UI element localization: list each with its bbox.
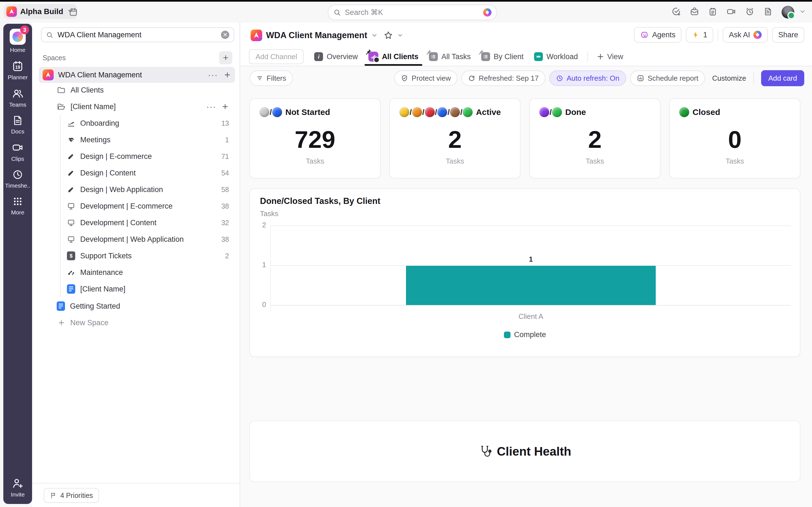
account-chevron-down-icon[interactable] [799,8,806,16]
shield-check-icon [401,74,408,82]
client-health-card[interactable]: Client Health [249,420,800,482]
rail-item-more[interactable]: More [11,195,24,216]
agents-button[interactable]: Agents [634,27,681,43]
rail-item-teams[interactable]: Teams [9,87,26,108]
share-button[interactable]: Share [772,27,804,43]
status-cards: / Not Started 729 Tasks ///// Active 2 T… [249,98,800,178]
rail-item-planner[interactable]: 19 Planner [8,60,28,81]
sidebar-tree: All Clients [Client Name] ··· Onboarding… [32,82,240,331]
stethoscope-icon [479,445,493,458]
tab-workload[interactable]: Workload [534,52,578,61]
add-view-button[interactable]: View [596,53,623,61]
space-item-wda-client-management[interactable]: WDA Client Management ··· [39,67,235,83]
refreshed-button[interactable]: Refreshed: Sep 17 [461,70,545,86]
sidebar-item-meetings[interactable]: Meetings 1 [32,131,240,148]
inbox-icon[interactable] [690,7,699,17]
search-icon [46,31,53,39]
add-channel-button[interactable]: Add Channel [249,49,304,64]
paintbrush-icon [67,185,75,194]
sidebar-item-onboarding[interactable]: Onboarding 13 [32,115,240,131]
status-dot-red [425,107,435,117]
tab-all-clients[interactable]: All Clients [368,52,418,62]
favorite-chevron-down-icon[interactable] [397,32,403,39]
global-search[interactable]: Search ⌘K [328,5,497,20]
sidebar-item-all-clients[interactable]: All Clients [32,82,240,98]
favorite-star-icon[interactable] [383,31,393,40]
space-ellipsis-icon[interactable]: ··· [208,72,218,78]
sidebar-item-design-webapp[interactable]: Design | Web Application 58 [32,181,240,198]
view-header: WDA Client Management Agents 1 [241,23,812,66]
ticket-dollar-icon: $ [67,251,75,260]
card-done[interactable]: / Done 2 Tasks [529,98,660,178]
workspace-switcher[interactable]: Alpha Build [4,4,77,19]
sidebar-item-dev-webapp[interactable]: Development | Web Application 38 [32,231,240,247]
spaces-header: Spaces [43,51,232,65]
rail-item-invite[interactable]: Invite [11,477,24,498]
plus-icon [596,53,605,61]
svg-text:19: 19 [15,65,20,70]
rail-item-timesheets[interactable]: Timeshe.. [5,169,30,189]
sidebar-item-getting-started[interactable]: Getting Started [32,298,240,315]
add-card-button[interactable]: Add card [761,70,804,86]
sidebar-item-dev-ecommerce[interactable]: Development | E-commerce 38 [32,198,240,214]
title-chevron-down-icon[interactable] [371,32,378,39]
list-ellipsis-icon[interactable]: ··· [206,104,216,109]
sidebar-item-design-ecommerce[interactable]: Design | E-commerce 71 [32,148,240,165]
rail-item-home[interactable]: 3 Home [10,29,26,53]
home-icon: 3 [10,29,26,45]
notes-icon[interactable] [763,7,773,17]
bar-client-a[interactable] [406,266,656,305]
reminder-icon[interactable] [745,7,755,17]
ai-icon[interactable] [483,8,492,16]
tab-by-client[interactable]: By Client [481,52,523,61]
invite-person-plus-icon [12,477,24,489]
add-space-button[interactable] [219,51,232,64]
ask-ai-button[interactable]: Ask AI [723,27,768,43]
dashboard-toolbar: Filters Protect view Refreshed: Sep 17 A… [249,69,804,87]
page-title[interactable]: WDA Client Management [266,31,367,40]
clear-search-icon[interactable]: ✕ [221,31,229,39]
sidebar-item-client-name-folder[interactable]: [Client Name] ··· [32,98,240,115]
add-task-icon[interactable] [671,7,681,17]
sidebar-item-dev-content[interactable]: Development | Content 32 [32,214,240,231]
new-space-button[interactable]: New Space [32,315,240,331]
sidebar-item-maintenance[interactable]: Maintenance [32,264,240,281]
schedule-report-button[interactable]: Schedule report [630,70,705,86]
tab-badge-dot [373,57,380,63]
boost-button[interactable]: 1 [686,27,713,43]
priorities-button[interactable]: 4 Priorities [44,488,99,503]
card-closed[interactable]: Closed 0 Tasks [669,98,800,178]
card-not-started[interactable]: / Not Started 729 Tasks [249,98,380,178]
status-dot-brown [450,107,460,117]
list-add-icon[interactable] [221,103,229,111]
folder-icon [57,86,65,95]
sidebar-item-support-tickets[interactable]: $ Support Tickets 2 [32,247,240,264]
done-closed-chart-card[interactable]: Done/Closed Tasks, By Client Tasks 2 1 0… [249,188,800,357]
notepad-icon[interactable] [708,7,717,17]
card-active[interactable]: ///// Active 2 Tasks [390,98,520,178]
protect-view-button[interactable]: Protect view [394,70,457,86]
rail-item-docs[interactable]: Docs [11,115,24,135]
paintbrush-icon [67,152,75,161]
clip-record-icon[interactable] [726,7,736,18]
space-logo-icon [251,30,262,41]
schedule-chart-icon [637,74,645,82]
filters-button[interactable]: Filters [249,70,293,86]
rail-item-clips[interactable]: Clips [11,142,24,162]
customize-button[interactable]: Customize [709,74,750,82]
user-avatar[interactable] [781,6,794,18]
dashboard-content: Filters Protect view Refreshed: Sep 17 A… [241,66,812,507]
sidebar-item-design-content[interactable]: Design | Content 54 [32,165,240,181]
auto-refresh-toggle[interactable]: Auto refresh: On [549,70,626,86]
docs-icon [12,115,23,126]
tab-all-tasks[interactable]: All Tasks [429,52,471,61]
monitor-icon [67,235,75,243]
calendar-icon[interactable] [68,7,78,18]
sidebar-item-client-name-doc[interactable]: [Client Name] [32,281,240,297]
task-list-icon [481,52,490,61]
tab-overview[interactable]: i Overview [314,52,358,61]
card-value: 729 [250,125,380,154]
gridline [270,225,791,226]
space-add-icon[interactable] [223,71,231,79]
sidebar-search-input[interactable]: WDA Client Management ✕ [41,27,234,42]
